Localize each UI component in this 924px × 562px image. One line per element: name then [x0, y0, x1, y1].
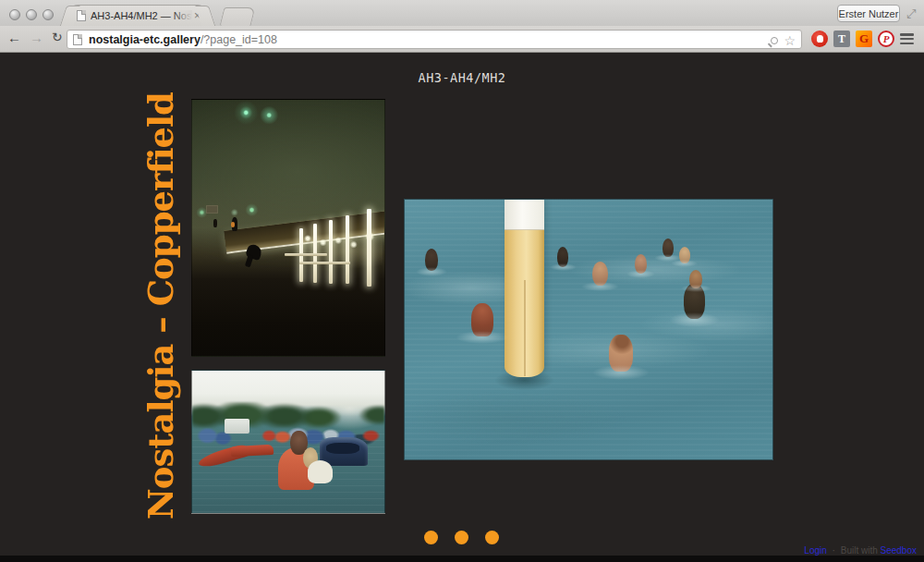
browser-tab[interactable]: AH3-AH4/MH2 — Nostalg ×: [70, 5, 205, 26]
cars-white-figure: [308, 460, 333, 483]
night-pillar: [346, 215, 349, 285]
swimmer: [663, 238, 674, 257]
g-extension-icon[interactable]: G: [856, 31, 872, 47]
cig-water-texture: [405, 200, 772, 459]
window-bottom-edge: [0, 556, 924, 562]
profile-button[interactable]: Erster Nutzer: [837, 5, 900, 22]
bookmark-star-icon[interactable]: ☆: [784, 34, 796, 47]
pagination-dot[interactable]: [424, 531, 438, 544]
swimmer: [557, 247, 568, 267]
cigarette: [505, 200, 544, 377]
night-pillar: [367, 209, 371, 287]
tab-title-fade: [172, 10, 192, 21]
night-bench: [299, 262, 349, 264]
built-with-text: Built with: [841, 545, 878, 556]
login-link[interactable]: Login: [804, 545, 826, 556]
night-sign: [206, 205, 218, 214]
swimmer: [471, 303, 493, 336]
browser-toolbar: ← → ↻ nostalgia-etc.gallery/?page_id=108…: [0, 26, 924, 53]
url-path: /?page_id=108: [201, 33, 277, 46]
artwork-flooded-cars-painting[interactable]: [191, 370, 385, 514]
window-close-button[interactable]: [9, 9, 20, 20]
footer: Login · Built with Seedbox: [804, 545, 917, 556]
swimmer: [592, 262, 608, 286]
chrome-menu-icon[interactable]: [900, 33, 914, 44]
url-domain: nostalgia-etc.gallery: [89, 33, 201, 46]
night-figure-standing: [232, 217, 237, 231]
site-title-text: Nostalgia – Copperfield: [140, 92, 181, 519]
tab-close-icon[interactable]: ×: [194, 10, 201, 21]
artwork-cigarette-swimmers-painting[interactable]: [404, 199, 773, 460]
cars-white-truck: [225, 419, 249, 433]
swimmer: [635, 254, 647, 274]
back-button[interactable]: ←: [7, 30, 21, 45]
tumblr-extension-icon[interactable]: T: [833, 31, 850, 47]
adblock-extension-icon[interactable]: [811, 31, 828, 47]
gallery-page: AH3-AH4/MH2 Nostalgia – Copperfield: [0, 53, 924, 556]
pagination-dot[interactable]: [455, 531, 468, 544]
window-zoom-button[interactable]: [43, 9, 54, 20]
artwork-night-photo[interactable]: [191, 99, 385, 357]
site-title-vertical[interactable]: Nostalgia – Copperfield: [130, 97, 191, 515]
url-bar[interactable]: nostalgia-etc.gallery/?page_id=108 ☆: [67, 30, 802, 49]
pinterest-extension-icon[interactable]: P: [878, 31, 894, 47]
url-text: nostalgia-etc.gallery/?page_id=108: [89, 33, 277, 46]
browser-titlebar: AH3-AH4/MH2 — Nostalg × Erster Nutzer ⤢: [0, 0, 924, 26]
night-bench: [285, 253, 327, 256]
pagination-dot[interactable]: [485, 531, 499, 544]
omnibox-right-icons: ☆: [771, 31, 796, 50]
tab-title: AH3-AH4/MH2 — Nostalg: [91, 10, 192, 21]
search-icon[interactable]: [771, 37, 778, 44]
swimmer: [689, 270, 702, 288]
night-figure-distant: [213, 219, 217, 227]
window-minimize-button[interactable]: [26, 9, 37, 20]
footer-separator: ·: [833, 545, 835, 556]
pagination-dots: [424, 531, 499, 544]
page-title: AH3-AH4/MH2: [0, 70, 924, 85]
cars-red-hood-bar: [230, 445, 273, 457]
hand-icon: [817, 35, 823, 43]
swimmer: [609, 335, 633, 372]
new-tab-button[interactable]: [220, 7, 256, 26]
builder-link[interactable]: Seedbox: [881, 545, 917, 556]
swimmer: [425, 249, 438, 271]
swimmer: [679, 247, 690, 263]
page-favicon-icon: [77, 10, 86, 21]
page-icon: [73, 34, 82, 45]
forward-button[interactable]: →: [30, 30, 43, 45]
night-pillar: [329, 220, 333, 284]
expand-arrows-icon[interactable]: ⤢: [906, 6, 916, 21]
reload-button[interactable]: ↻: [52, 30, 63, 44]
